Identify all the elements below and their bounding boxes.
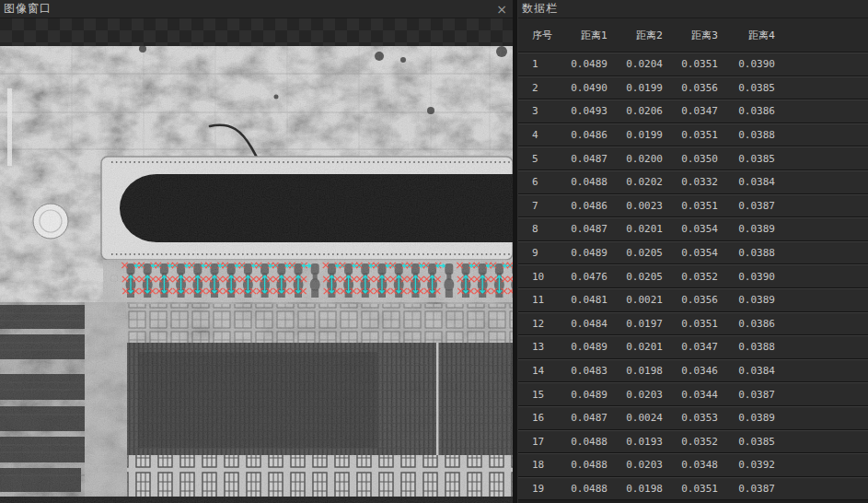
table-row[interactable]: 110.04810.00210.03560.0389 xyxy=(518,288,868,312)
distance-value-cell: 0.0486 xyxy=(564,129,608,141)
row-index-cell: 3 xyxy=(518,105,564,117)
table-row[interactable]: 140.04830.01980.03460.0384 xyxy=(518,359,868,383)
image-viewport[interactable] xyxy=(0,46,513,503)
distance-value-cell: 0.0205 xyxy=(608,271,663,283)
distance-value-cell: 0.0388 xyxy=(718,247,775,259)
table-row[interactable]: 10.04890.02040.03510.0390 xyxy=(518,53,868,76)
distance-value-cell: 0.0344 xyxy=(663,389,718,401)
table-row[interactable]: 20.04900.01990.03560.0385 xyxy=(518,76,868,100)
table-row[interactable]: 100.04760.02050.03520.0390 xyxy=(518,264,868,288)
distance-value-cell: 0.0206 xyxy=(608,105,663,117)
close-icon[interactable]: × xyxy=(494,2,509,17)
distance-value-cell: 0.0489 xyxy=(564,341,608,353)
distance-value-cell: 0.0489 xyxy=(564,247,608,259)
distance-value-cell: 0.0388 xyxy=(718,129,775,141)
app-window: 图像窗口 × xyxy=(0,0,868,503)
distance-value-cell: 0.0203 xyxy=(608,459,663,471)
distance-value-cell: 0.0387 xyxy=(718,389,775,401)
row-index-cell: 4 xyxy=(518,129,564,141)
distance-value-cell: 0.0392 xyxy=(718,459,775,471)
distance-value-cell: 0.0389 xyxy=(718,223,775,235)
row-index-cell: 6 xyxy=(518,176,564,188)
row-index-cell: 19 xyxy=(518,483,564,495)
distance-value-cell: 0.0346 xyxy=(663,365,718,377)
distance-value-cell: 0.0384 xyxy=(718,365,775,377)
data-bar-titlebar: 数据栏 xyxy=(518,0,868,18)
table-row[interactable]: 80.04870.02010.03540.0389 xyxy=(518,217,868,241)
table-row[interactable]: 130.04890.02010.03470.0388 xyxy=(518,335,868,359)
distance-value-cell: 0.0198 xyxy=(608,365,663,377)
row-index-cell: 16 xyxy=(518,412,564,424)
distance-value-cell: 0.0351 xyxy=(663,483,718,495)
row-index-cell: 9 xyxy=(518,247,564,259)
image-window-title: 图像窗口 xyxy=(4,1,52,17)
row-index-cell: 10 xyxy=(518,271,564,283)
distance-value-cell: 0.0387 xyxy=(718,483,775,495)
distance-value-cell: 0.0351 xyxy=(663,129,718,141)
distance-value-cell: 0.0483 xyxy=(564,365,608,377)
distance-value-cell: 0.0487 xyxy=(564,153,608,165)
distance-value-cell: 0.0384 xyxy=(718,176,775,188)
distance-value-cell: 0.0493 xyxy=(564,105,608,117)
row-index-cell: 8 xyxy=(518,223,564,235)
row-index-cell: 7 xyxy=(518,200,564,212)
distance-value-cell: 0.0198 xyxy=(608,483,663,495)
inspection-image xyxy=(0,46,513,503)
distance-value-cell: 0.0348 xyxy=(663,459,718,471)
distance-value-cell: 0.0488 xyxy=(564,436,608,448)
distance-value-cell: 0.0390 xyxy=(718,271,775,283)
table-row[interactable]: 190.04880.01980.03510.0387 xyxy=(518,477,868,501)
column-header-distance1: 距离1 xyxy=(564,29,608,42)
table-row[interactable]: 90.04890.02050.03540.0388 xyxy=(518,241,868,265)
distance-value-cell: 0.0489 xyxy=(564,58,608,70)
table-row[interactable]: 180.04880.02030.03480.0392 xyxy=(518,453,868,477)
table-row[interactable]: 150.04890.02030.03440.0387 xyxy=(518,382,868,406)
distance-value-cell: 0.0385 xyxy=(718,153,775,165)
distance-value-cell: 0.0356 xyxy=(663,294,718,306)
column-header-index: 序号 xyxy=(518,29,564,42)
table-row[interactable]: 50.04870.02000.03500.0385 xyxy=(518,146,868,170)
distance-value-cell: 0.0488 xyxy=(564,483,608,495)
distance-value-cell: 0.0199 xyxy=(608,129,663,141)
distance-value-cell: 0.0487 xyxy=(564,412,608,424)
distance-value-cell: 0.0354 xyxy=(663,223,718,235)
distance-value-cell: 0.0201 xyxy=(608,223,663,235)
table-row[interactable]: 120.04840.01970.03510.0386 xyxy=(518,312,868,336)
table-row[interactable]: 170.04880.01930.03520.0385 xyxy=(518,430,868,454)
distance-value-cell: 0.0203 xyxy=(608,389,663,401)
distance-value-cell: 0.0386 xyxy=(718,318,775,330)
distance-value-cell: 0.0352 xyxy=(663,436,718,448)
distance-value-cell: 0.0350 xyxy=(663,153,718,165)
distance-value-cell: 0.0199 xyxy=(608,82,663,94)
distance-value-cell: 0.0389 xyxy=(718,412,775,424)
column-header-distance2: 距离2 xyxy=(608,29,663,42)
row-index-cell: 11 xyxy=(518,294,564,306)
row-index-cell: 1 xyxy=(518,58,564,70)
distance-value-cell: 0.0481 xyxy=(564,294,608,306)
data-bar-panel: 数据栏 序号 距离1 距离2 距离3 距离4 10.04890.02040.03… xyxy=(517,0,868,503)
distance-value-cell: 0.0390 xyxy=(718,58,775,70)
table-row[interactable]: 160.04870.00240.03530.0389 xyxy=(518,406,868,430)
distance-value-cell: 0.0347 xyxy=(663,105,718,117)
image-window-titlebar: 图像窗口 × xyxy=(0,0,513,18)
distance-value-cell: 0.0351 xyxy=(663,200,718,212)
row-index-cell: 2 xyxy=(518,82,564,94)
table-header: 序号 距离1 距离2 距离3 距离4 xyxy=(518,18,868,53)
distance-value-cell: 0.0201 xyxy=(608,341,663,353)
table-row[interactable]: 40.04860.01990.03510.0388 xyxy=(518,123,868,147)
distance-value-cell: 0.0353 xyxy=(663,412,718,424)
distance-value-cell: 0.0389 xyxy=(718,294,775,306)
distance-value-cell: 0.0386 xyxy=(718,105,775,117)
table-row[interactable]: 60.04880.02020.03320.0384 xyxy=(518,170,868,194)
table-row[interactable]: 30.04930.02060.03470.0386 xyxy=(518,99,868,123)
data-bar-title: 数据栏 xyxy=(522,1,558,17)
distance-value-cell: 0.0351 xyxy=(663,58,718,70)
distance-value-cell: 0.0388 xyxy=(718,341,775,353)
distance-value-cell: 0.0202 xyxy=(608,176,663,188)
distance-value-cell: 0.0484 xyxy=(564,318,608,330)
image-window-panel: 图像窗口 × xyxy=(0,0,513,503)
distance-value-cell: 0.0024 xyxy=(608,412,663,424)
table-row[interactable]: 70.04860.00230.03510.0387 xyxy=(518,194,868,218)
distance-value-cell: 0.0193 xyxy=(608,436,663,448)
row-index-cell: 12 xyxy=(518,318,564,330)
